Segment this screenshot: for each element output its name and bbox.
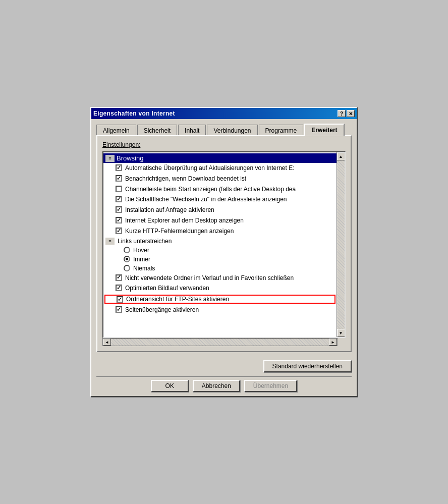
scroll-track-h[interactable]: [111, 339, 329, 346]
tab-sicherheit[interactable]: Sicherheit: [137, 125, 177, 136]
tab-erweitert[interactable]: Erweitert: [304, 124, 344, 136]
radio-hover: Hover: [103, 246, 337, 255]
category-browsing: ≡ Browsing: [103, 153, 337, 163]
list-item: ✓ Die Schaltfläche "Wechseln zu" in der …: [103, 194, 337, 205]
list-item: ✓ Benachrichtigen, wenn Download beendet…: [103, 174, 337, 184]
sub-category-links: ≡ Links unterstreichen: [103, 237, 337, 246]
item-text-11: Nicht verwendete Ordner im Verlauf und i…: [125, 274, 294, 283]
checkbox-12[interactable]: ✓: [116, 285, 122, 291]
scroll-left-button[interactable]: ◄: [103, 339, 111, 346]
radio-dot: [126, 258, 128, 260]
settings-listbox: ≡ Browsing ✓ Automatische Überprüfung au…: [102, 151, 346, 338]
scroll-down-button[interactable]: ▼: [337, 329, 345, 337]
list-item: ✓ Internet Explorer auf dem Desktop anze…: [103, 215, 337, 226]
checkbox-2[interactable]: ✓: [116, 175, 122, 182]
item-text-7: Kurze HTTP-Fehlermeldungen anzeigen: [125, 227, 234, 236]
title-bar-buttons: ? ✕: [338, 110, 355, 117]
category-label: Browsing: [117, 154, 143, 162]
radio-hover-label: Hover: [133, 247, 149, 254]
scroll-track-v[interactable]: [337, 160, 345, 329]
title-bar: Eigenschaften von Internet ? ✕: [91, 108, 357, 119]
radio-niemals-label: Niemals: [133, 265, 155, 272]
apply-button[interactable]: Übernehmen: [244, 380, 297, 392]
item-text-14: Seitenübergänge aktivieren: [125, 306, 199, 314]
list-item: ✓ Kurze HTTP-Fehlermeldungen anzeigen: [103, 226, 337, 237]
ok-button[interactable]: OK: [151, 380, 189, 392]
checkbox-6[interactable]: ✓: [116, 217, 122, 223]
item-text-2: Benachrichtigen, wenn Download beendet i…: [125, 175, 246, 183]
item-text-13: Ordneransicht für FTP-Sites aktivieren: [126, 296, 229, 303]
tab-allgemein[interactable]: Allgemein: [96, 125, 136, 136]
checkbox-1[interactable]: ✓: [116, 164, 122, 171]
sub-category-label: Links unterstreichen: [118, 238, 172, 245]
item-text-3: Channelleiste beim Start anzeigen (falls…: [125, 185, 296, 194]
list-item: ✓ Nicht verwendete Ordner im Verlauf und…: [103, 273, 337, 284]
checkbox-3[interactable]: [116, 186, 122, 192]
item-text-1: Automatische Überprüfung auf Aktualisier…: [125, 164, 295, 173]
radio-niemals-control[interactable]: [124, 265, 130, 271]
tab-panel: Einstellungen: ≡ Browsing ✓ Automatische…: [96, 135, 352, 352]
item-text-4: Die Schaltfläche "Wechseln zu" in der Ad…: [125, 195, 287, 204]
checkbox-7[interactable]: ✓: [116, 228, 122, 234]
checkbox-11[interactable]: ✓: [116, 274, 122, 281]
bottom-section: Standard wiederherstellen OK Abbrechen Ü…: [91, 357, 357, 396]
dialog-content: Allgemein Sicherheit Inhalt Verbindungen…: [91, 119, 357, 357]
section-label: Einstellungen:: [102, 141, 346, 148]
window-title: Eigenschaften von Internet: [93, 110, 175, 117]
checkbox-4[interactable]: ✓: [116, 196, 122, 202]
radio-hover-control[interactable]: [124, 247, 130, 253]
list-item: Channelleiste beim Start anzeigen (falls…: [103, 184, 337, 195]
item-text-12: Optimierten Bildlauf verwenden: [125, 284, 209, 293]
scroll-right-button[interactable]: ►: [329, 339, 337, 346]
horizontal-scrollbar-container: ◄ ►: [102, 338, 346, 346]
list-item: ✓ Automatische Überprüfung auf Aktualisi…: [103, 163, 337, 174]
cancel-button[interactable]: Abbrechen: [193, 380, 240, 392]
tab-verbindungen[interactable]: Verbindungen: [207, 125, 257, 136]
help-button[interactable]: ?: [338, 110, 346, 117]
horizontal-scrollbar[interactable]: ◄ ►: [102, 338, 338, 346]
category-icon-symbol: ≡: [108, 156, 111, 161]
list-content[interactable]: ≡ Browsing ✓ Automatische Überprüfung au…: [103, 152, 337, 337]
radio-immer-control[interactable]: [124, 256, 130, 262]
list-item: ✓ Seitenübergänge aktivieren: [103, 305, 337, 315]
checkbox-14[interactable]: ✓: [116, 306, 122, 313]
item-text-5: Installation auf Anfrage aktivieren: [125, 206, 214, 214]
scroll-corner: [338, 338, 346, 346]
category-icon: ≡: [105, 155, 115, 162]
list-item: ✓ Installation auf Anfrage aktivieren: [103, 205, 337, 215]
dialog-window: Eigenschaften von Internet ? ✕ Allgemein…: [90, 107, 358, 397]
radio-immer-label: Immer: [133, 256, 150, 263]
tabs-row: Allgemein Sicherheit Inhalt Verbindungen…: [96, 123, 352, 135]
sub-category-icon: ≡: [105, 238, 115, 245]
checkbox-5[interactable]: ✓: [116, 206, 122, 213]
vertical-scrollbar[interactable]: ▲ ▼: [337, 152, 345, 337]
restore-defaults-button[interactable]: Standard wiederherstellen: [263, 360, 352, 372]
ok-cancel-row: OK Abbrechen Übernehmen: [96, 376, 352, 396]
close-button[interactable]: ✕: [347, 110, 355, 117]
checkbox-13[interactable]: ✓: [117, 296, 123, 303]
scroll-up-button[interactable]: ▲: [337, 152, 345, 160]
restore-btn-row: Standard wiederherstellen: [96, 360, 352, 372]
radio-immer: Immer: [103, 255, 337, 264]
item-text-6: Internet Explorer auf dem Desktop anzeig…: [125, 216, 244, 225]
tab-programme[interactable]: Programme: [259, 125, 304, 136]
tab-inhalt[interactable]: Inhalt: [178, 125, 206, 136]
list-item: ✓ Optimierten Bildlauf verwenden: [103, 283, 337, 294]
radio-niemals: Niemals: [103, 264, 337, 273]
